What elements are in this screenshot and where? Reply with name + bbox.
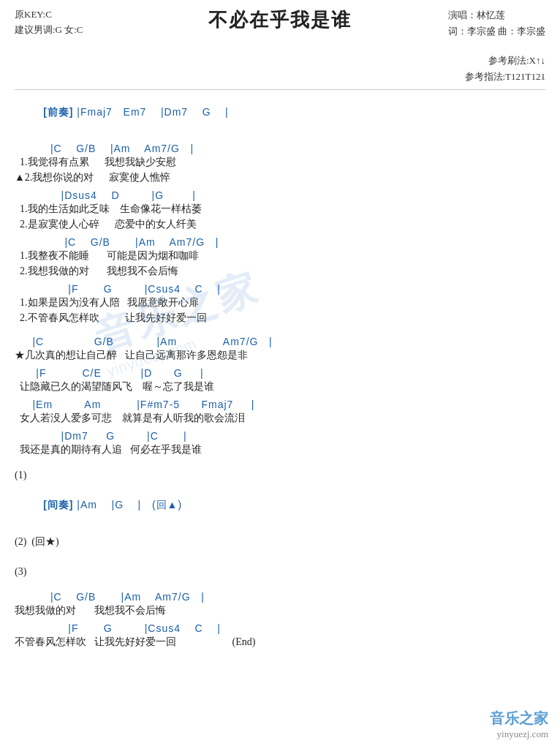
cb3-lyric1: 女人若没人爱多可悲 就算是有人听我的歌会流泪 (15, 410, 545, 426)
v1b1-chords: |C G/B |Am Am7/G | (15, 143, 545, 154)
v1b1-lyric1: 1.我觉得有点累 我想我缺少安慰 (15, 154, 545, 170)
interlude-label-text: [间奏] (43, 499, 73, 510)
v1b2-lyric1: 1.我的生活如此乏味 生命像花一样枯萎 (15, 201, 545, 216)
repeat2-text: (2) (回★) (15, 534, 545, 549)
cb4-chords: |Dm7 G |C | (15, 430, 545, 442)
lyricist-label: 词：李宗盛 曲：李宗盛 (448, 23, 545, 39)
prelude-line: [前奏] |Fmaj7 Em7 |Dm7 G | (15, 94, 545, 131)
divider-top (15, 89, 545, 90)
interlude-chords: |Am |G | (回▲) (73, 499, 182, 510)
content-area: [前奏] |Fmaj7 Em7 |Dm7 G | |C G/B |Am Am7/… (15, 94, 545, 649)
outro-block2: |F G |Csus4 C | 不管春风怎样吹 让我先好好爱一回 (End) (15, 622, 545, 649)
key-info: 原KEY:C 建议男调:G 女:C (15, 7, 83, 38)
logo-bottom: 音乐之家 yinyuezj.com (490, 709, 548, 740)
interlude-line: [间奏] |Am |G | (回▲) (15, 487, 545, 524)
v1b3-lyric2: 2.我想我做的对 我想我不会后悔 (15, 263, 545, 279)
cb3-chords: |Em Am |F#m7-5 Fmaj7 | (15, 399, 545, 410)
repeat3-section: (3) (15, 564, 545, 579)
ob2-chords: |F G |Csus4 C | (15, 622, 545, 634)
verse1-block4: |F G |Csus4 C | 1.如果是因为没有人陪 我愿意敞开心扉 2.不管… (15, 283, 545, 325)
prelude-chords: |Fmaj7 Em7 |Dm7 G | (73, 106, 228, 118)
cb1-chords: |C G/B |Am Am7/G | (15, 336, 545, 347)
chorus-block3: |Em Am |F#m7-5 Fmaj7 | 女人若没人爱多可悲 就算是有人听我… (15, 399, 545, 426)
outro-block1: |C G/B |Am Am7/G | 我想我做的对 我想我不会后悔 (15, 591, 545, 618)
ref-pick: 参考指法:T121T121 (15, 69, 545, 85)
v1b4-chords: |F G |Csus4 C | (15, 283, 545, 295)
singer-label: 演唱：林忆莲 (448, 7, 545, 23)
repeat2-section: (2) (回★) (15, 534, 545, 549)
v1b3-lyric1: 1.我整夜不能睡 可能是因为烟和咖啡 (15, 248, 545, 263)
suggested-key: 建议男调:G 女:C (15, 23, 83, 38)
interlude-section: [间奏] |Am |G | (回▲) (15, 487, 545, 524)
prelude-label: [前奏] (43, 106, 73, 118)
v1b2-chords: |Dsus4 D |G | (15, 189, 545, 201)
ref-info: 参考刷法:X↑↓ 参考指法:T121T121 (15, 53, 545, 85)
original-key: 原KEY:C (15, 7, 83, 23)
chorus-block4: |Dm7 G |C | 我还是真的期待有人追 何必在乎我是谁 (15, 430, 545, 457)
logo-url: yinyuezj.com (490, 728, 548, 740)
cb2-lyric1: 让隐藏已久的渴望随风飞 喔～忘了我是谁 (15, 379, 545, 394)
v1b4-lyric2: 2.不管春风怎样吹 让我先好好爱一回 (15, 310, 545, 325)
cb4-lyric1: 我还是真的期待有人追 何必在乎我是谁 (15, 442, 545, 457)
logo-main-text: 音乐之家 (490, 709, 548, 728)
v1b3-chords: |C G/B |Am Am7/G | (15, 236, 545, 248)
ob1-chords: |C G/B |Am Am7/G | (15, 591, 545, 603)
ob1-lyric1: 我想我做的对 我想我不会后悔 (15, 603, 545, 618)
cb2-chords: |F C/E |D G | (15, 367, 545, 379)
verse1-block2: |Dsus4 D |G | 1.我的生活如此乏味 生命像花一样枯萎 2.是寂寞使… (15, 189, 545, 232)
singer-info: 演唱：林忆莲 词：李宗盛 曲：李宗盛 (448, 7, 545, 39)
chorus-block2: |F C/E |D G | 让隐藏已久的渴望随风飞 喔～忘了我是谁 (15, 367, 545, 394)
v1b1-lyric2: ▲2.我想你说的对 寂寞使人憔悴 (15, 170, 545, 185)
label-1: (1) (15, 467, 545, 483)
verse1-block3: |C G/B |Am Am7/G | 1.我整夜不能睡 可能是因为烟和咖啡 2.… (15, 236, 545, 279)
verse1-block1: |C G/B |Am Am7/G | 1.我觉得有点累 我想我缺少安慰 ▲2.我… (15, 143, 545, 185)
interlude-label: (1) (15, 467, 545, 483)
chorus-block1: |C G/B |Am Am7/G | ★几次真的想让自己醉 让自己远离那许多恩怨… (15, 336, 545, 363)
ob2-lyric1: 不管春风怎样吹 让我先好好爱一回 (End) (15, 634, 545, 649)
cb1-lyric1: ★几次真的想让自己醉 让自己远离那许多恩怨是非 (15, 347, 545, 363)
ref-strum: 参考刷法:X↑↓ (15, 53, 545, 69)
prelude-section: [前奏] |Fmaj7 Em7 |Dm7 G | (15, 94, 545, 131)
v1b4-lyric1: 1.如果是因为没有人陪 我愿意敞开心扉 (15, 295, 545, 310)
repeat3-text: (3) (15, 564, 545, 579)
v1b2-lyric2: 2.是寂寞使人心碎 恋爱中的女人纤美 (15, 216, 545, 232)
